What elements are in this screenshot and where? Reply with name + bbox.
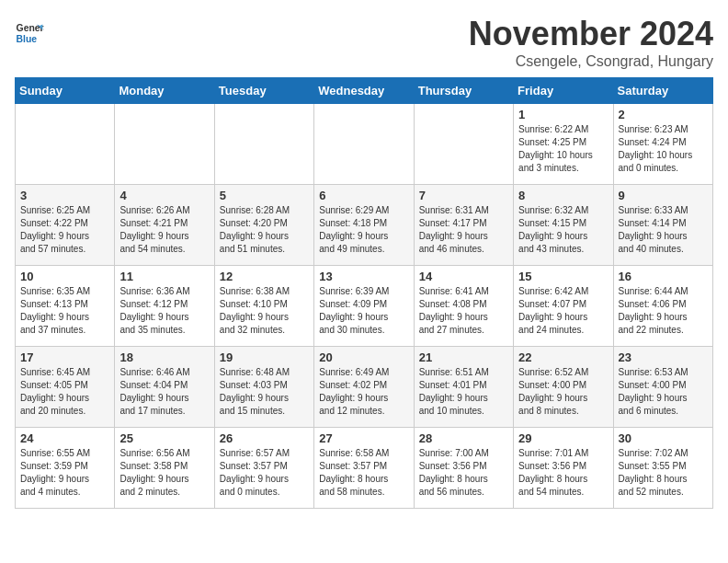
cell-info: Sunrise: 6:49 AM Sunset: 4:02 PM Dayligh… xyxy=(319,366,408,418)
calendar-cell: 22Sunrise: 6:52 AM Sunset: 4:00 PM Dayli… xyxy=(514,347,613,428)
title-block: November 2024 Csengele, Csongrad, Hungar… xyxy=(469,15,713,70)
cell-info: Sunrise: 6:35 AM Sunset: 4:13 PM Dayligh… xyxy=(20,285,109,337)
cell-info: Sunrise: 6:39 AM Sunset: 4:09 PM Dayligh… xyxy=(319,285,408,337)
calendar-cell: 17Sunrise: 6:45 AM Sunset: 4:05 PM Dayli… xyxy=(16,347,115,428)
calendar-cell xyxy=(314,104,414,185)
cell-day-number: 6 xyxy=(319,189,408,202)
calendar-cell: 28Sunrise: 7:00 AM Sunset: 3:56 PM Dayli… xyxy=(414,428,513,509)
cell-day-number: 14 xyxy=(419,270,508,283)
header-row: SundayMondayTuesdayWednesdayThursdayFrid… xyxy=(16,78,713,104)
cell-info: Sunrise: 6:22 AM Sunset: 4:25 PM Dayligh… xyxy=(518,123,608,175)
day-header-saturday: Saturday xyxy=(613,78,712,104)
cell-day-number: 22 xyxy=(518,350,608,364)
day-header-sunday: Sunday xyxy=(16,78,115,104)
cell-info: Sunrise: 6:42 AM Sunset: 4:07 PM Dayligh… xyxy=(518,285,608,337)
calendar-cell: 29Sunrise: 7:01 AM Sunset: 3:56 PM Dayli… xyxy=(514,428,613,509)
cell-info: Sunrise: 6:23 AM Sunset: 4:24 PM Dayligh… xyxy=(619,123,708,175)
logo: General Blue xyxy=(15,18,44,48)
cell-info: Sunrise: 6:52 AM Sunset: 4:00 PM Dayligh… xyxy=(518,366,608,418)
cell-day-number: 11 xyxy=(119,270,209,283)
week-row-4: 17Sunrise: 6:45 AM Sunset: 4:05 PM Dayli… xyxy=(16,347,713,428)
cell-day-number: 9 xyxy=(619,189,708,202)
cell-day-number: 20 xyxy=(319,350,408,364)
cell-info: Sunrise: 6:45 AM Sunset: 4:05 PM Dayligh… xyxy=(20,366,109,418)
cell-day-number: 2 xyxy=(619,108,708,121)
cell-info: Sunrise: 6:26 AM Sunset: 4:21 PM Dayligh… xyxy=(119,204,209,256)
cell-day-number: 1 xyxy=(518,108,608,121)
cell-info: Sunrise: 6:38 AM Sunset: 4:10 PM Dayligh… xyxy=(220,285,309,337)
cell-day-number: 21 xyxy=(419,350,508,364)
cell-day-number: 4 xyxy=(119,189,209,202)
calendar-cell: 25Sunrise: 6:56 AM Sunset: 3:58 PM Dayli… xyxy=(115,428,214,509)
calendar-cell: 4Sunrise: 6:26 AM Sunset: 4:21 PM Daylig… xyxy=(115,185,214,266)
calendar-cell: 3Sunrise: 6:25 AM Sunset: 4:22 PM Daylig… xyxy=(16,185,115,266)
cell-info: Sunrise: 6:58 AM Sunset: 3:57 PM Dayligh… xyxy=(319,447,408,499)
calendar-cell: 15Sunrise: 6:42 AM Sunset: 4:07 PM Dayli… xyxy=(514,266,613,347)
calendar-cell: 21Sunrise: 6:51 AM Sunset: 4:01 PM Dayli… xyxy=(414,347,513,428)
cell-info: Sunrise: 6:33 AM Sunset: 4:14 PM Dayligh… xyxy=(619,204,708,256)
calendar-cell: 12Sunrise: 6:38 AM Sunset: 4:10 PM Dayli… xyxy=(214,266,313,347)
cell-day-number: 3 xyxy=(20,189,109,202)
cell-day-number: 15 xyxy=(518,270,608,283)
cell-day-number: 25 xyxy=(119,431,209,445)
cell-info: Sunrise: 6:55 AM Sunset: 3:59 PM Dayligh… xyxy=(20,447,109,499)
calendar-cell: 27Sunrise: 6:58 AM Sunset: 3:57 PM Dayli… xyxy=(314,428,414,509)
cell-day-number: 12 xyxy=(220,270,309,283)
cell-day-number: 8 xyxy=(518,189,608,202)
cell-info: Sunrise: 6:46 AM Sunset: 4:04 PM Dayligh… xyxy=(119,366,209,418)
cell-day-number: 17 xyxy=(20,350,109,364)
calendar-cell xyxy=(115,104,214,185)
calendar-cell: 16Sunrise: 6:44 AM Sunset: 4:06 PM Dayli… xyxy=(613,266,712,347)
cell-day-number: 29 xyxy=(518,431,608,445)
day-header-monday: Monday xyxy=(115,78,214,104)
svg-text:General: General xyxy=(17,23,44,33)
cell-day-number: 16 xyxy=(619,270,708,283)
calendar-cell: 10Sunrise: 6:35 AM Sunset: 4:13 PM Dayli… xyxy=(16,266,115,347)
day-header-tuesday: Tuesday xyxy=(214,78,313,104)
calendar-cell xyxy=(214,104,313,185)
cell-day-number: 7 xyxy=(419,189,508,202)
calendar-table: SundayMondayTuesdayWednesdayThursdayFrid… xyxy=(15,77,713,509)
calendar-cell xyxy=(414,104,513,185)
calendar-cell: 18Sunrise: 6:46 AM Sunset: 4:04 PM Dayli… xyxy=(115,347,214,428)
calendar-cell: 23Sunrise: 6:53 AM Sunset: 4:00 PM Dayli… xyxy=(613,347,712,428)
week-row-3: 10Sunrise: 6:35 AM Sunset: 4:13 PM Dayli… xyxy=(16,266,713,347)
cell-info: Sunrise: 7:00 AM Sunset: 3:56 PM Dayligh… xyxy=(419,447,508,499)
calendar-cell: 13Sunrise: 6:39 AM Sunset: 4:09 PM Dayli… xyxy=(314,266,414,347)
cell-info: Sunrise: 6:29 AM Sunset: 4:18 PM Dayligh… xyxy=(319,204,408,256)
cell-info: Sunrise: 6:31 AM Sunset: 4:17 PM Dayligh… xyxy=(419,204,508,256)
calendar-cell: 19Sunrise: 6:48 AM Sunset: 4:03 PM Dayli… xyxy=(214,347,313,428)
calendar-cell: 6Sunrise: 6:29 AM Sunset: 4:18 PM Daylig… xyxy=(314,185,414,266)
cell-day-number: 30 xyxy=(619,431,708,445)
cell-info: Sunrise: 6:41 AM Sunset: 4:08 PM Dayligh… xyxy=(419,285,508,337)
cell-info: Sunrise: 6:56 AM Sunset: 3:58 PM Dayligh… xyxy=(119,447,209,499)
cell-info: Sunrise: 6:51 AM Sunset: 4:01 PM Dayligh… xyxy=(419,366,508,418)
cell-info: Sunrise: 7:01 AM Sunset: 3:56 PM Dayligh… xyxy=(518,447,608,499)
cell-day-number: 10 xyxy=(20,270,109,283)
cell-info: Sunrise: 6:36 AM Sunset: 4:12 PM Dayligh… xyxy=(119,285,209,337)
calendar-cell: 1Sunrise: 6:22 AM Sunset: 4:25 PM Daylig… xyxy=(514,104,613,185)
month-title: November 2024 xyxy=(469,15,713,53)
location-title: Csengele, Csongrad, Hungary xyxy=(469,53,713,70)
calendar-cell: 7Sunrise: 6:31 AM Sunset: 4:17 PM Daylig… xyxy=(414,185,513,266)
cell-day-number: 23 xyxy=(619,350,708,364)
calendar-cell: 11Sunrise: 6:36 AM Sunset: 4:12 PM Dayli… xyxy=(115,266,214,347)
cell-info: Sunrise: 6:57 AM Sunset: 3:57 PM Dayligh… xyxy=(220,447,309,499)
calendar-cell: 30Sunrise: 7:02 AM Sunset: 3:55 PM Dayli… xyxy=(613,428,712,509)
day-header-wednesday: Wednesday xyxy=(314,78,414,104)
cell-info: Sunrise: 6:48 AM Sunset: 4:03 PM Dayligh… xyxy=(220,366,309,418)
cell-info: Sunrise: 6:44 AM Sunset: 4:06 PM Dayligh… xyxy=(619,285,708,337)
calendar-cell: 2Sunrise: 6:23 AM Sunset: 4:24 PM Daylig… xyxy=(613,104,712,185)
cell-day-number: 26 xyxy=(220,431,309,445)
cell-day-number: 13 xyxy=(319,270,408,283)
calendar-cell: 8Sunrise: 6:32 AM Sunset: 4:15 PM Daylig… xyxy=(514,185,613,266)
svg-text:Blue: Blue xyxy=(17,34,38,44)
week-row-5: 24Sunrise: 6:55 AM Sunset: 3:59 PM Dayli… xyxy=(16,428,713,509)
calendar-cell: 24Sunrise: 6:55 AM Sunset: 3:59 PM Dayli… xyxy=(16,428,115,509)
calendar-cell: 20Sunrise: 6:49 AM Sunset: 4:02 PM Dayli… xyxy=(314,347,414,428)
cell-info: Sunrise: 6:53 AM Sunset: 4:00 PM Dayligh… xyxy=(619,366,708,418)
cell-day-number: 24 xyxy=(20,431,109,445)
logo-icon: General Blue xyxy=(15,18,44,48)
cell-info: Sunrise: 6:25 AM Sunset: 4:22 PM Dayligh… xyxy=(20,204,109,256)
week-row-2: 3Sunrise: 6:25 AM Sunset: 4:22 PM Daylig… xyxy=(16,185,713,266)
